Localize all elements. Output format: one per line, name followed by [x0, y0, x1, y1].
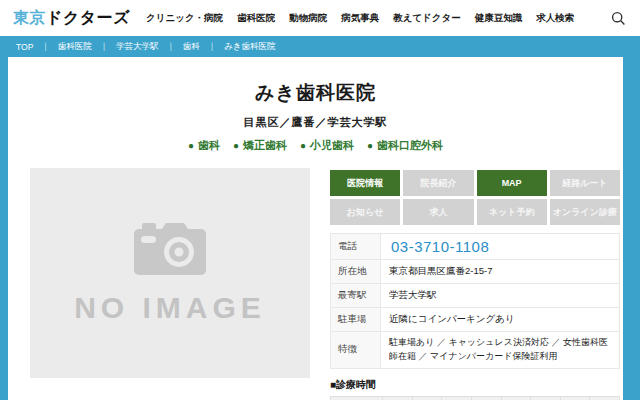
clinic-tabs: 医院情報 院長紹介 MAP 経路ルート お知らせ 求人 ネット予約 オンライン診… — [330, 170, 620, 225]
content-panel: みき歯科医院 目黒区／鷹番／学芸大学駅 ●歯科 ●矯正歯科 ●小児歯科 ●歯科口… — [8, 57, 623, 400]
row-label: 駐車場 — [331, 308, 381, 332]
breadcrumb-separator: ｜ — [208, 41, 216, 53]
table-row-address: 所在地 東京都目黒区鷹番2-15-7 — [331, 260, 620, 284]
category-tag: ●歯科 — [188, 138, 220, 153]
top-nav: クリニック・病院 歯科医院 動物病院 病気事典 教えてドクター 健康豆知識 求人… — [146, 12, 574, 25]
category-label: 小児歯科 — [310, 138, 354, 153]
hours-col-hol: 祝 — [590, 396, 620, 400]
features-value: 駐車場あり ／ キャッシュレス決済対応 ／ 女性歯科医師在籍 ／ マイナンバーカ… — [381, 332, 620, 369]
table-row-station: 最寄駅 学芸大学駅 — [331, 284, 620, 308]
search-icon[interactable] — [609, 9, 627, 27]
row-label: 所在地 — [331, 260, 381, 284]
magnifier-icon — [611, 11, 626, 26]
hours-col-sun: 日 — [560, 396, 590, 400]
no-image-label: NO IMAGE — [74, 291, 266, 325]
tab-online-booking[interactable]: ネット予約 — [477, 199, 547, 225]
table-row-parking: 駐車場 近隣にコインパーキングあり — [331, 308, 620, 332]
hours-col-fri: 金 — [501, 396, 531, 400]
station-value: 学芸大学駅 — [381, 284, 620, 308]
tab-online-consult[interactable]: オンライン診療 — [550, 199, 620, 225]
nav-item-health-tips[interactable]: 健康豆知識 — [475, 12, 523, 25]
row-label: 電話 — [331, 234, 381, 260]
row-label: 特徴 — [331, 332, 381, 369]
clinic-categories: ●歯科 ●矯正歯科 ●小児歯科 ●歯科口腔外科 — [8, 138, 623, 153]
logo-part-doctors: ドクターズ — [46, 9, 130, 26]
hours-col-time: 時間 — [331, 396, 383, 400]
hours-col-sat: 土 — [531, 396, 561, 400]
breadcrumb-station[interactable]: 学芸大学駅 — [116, 41, 159, 53]
page-background: みき歯科医院 目黒区／鷹番／学芸大学駅 ●歯科 ●矯正歯科 ●小児歯科 ●歯科口… — [0, 57, 640, 400]
hours-col-wed: 水 — [442, 396, 472, 400]
breadcrumb-top[interactable]: TOP — [16, 42, 33, 52]
clinic-info-table: 電話 03-3710-1108 所在地 東京都目黒区鷹番2-15-7 最寄駅 学… — [330, 233, 620, 369]
nav-item-diseases[interactable]: 病気事典 — [341, 12, 379, 25]
category-tag: ●矯正歯科 — [233, 138, 287, 153]
nav-item-dental[interactable]: 歯科医院 — [237, 12, 275, 25]
bullet-icon: ● — [233, 141, 239, 151]
breadcrumb-dental[interactable]: 歯科医院 — [58, 41, 92, 53]
nav-item-job-search[interactable]: 求人検索 — [536, 12, 574, 25]
clinic-location: 目黒区／鷹番／学芸大学駅 — [8, 115, 623, 130]
hours-section-title: ■診療時間 — [330, 378, 620, 392]
logo-part-tokyo: 東京 — [13, 9, 46, 26]
tab-news[interactable]: お知らせ — [330, 199, 400, 225]
breadcrumb-separator: ｜ — [41, 41, 49, 53]
page-title: みき歯科医院 — [8, 80, 623, 106]
bullet-icon: ● — [300, 141, 306, 151]
tab-map[interactable]: MAP — [477, 170, 547, 196]
tab-clinic-info[interactable]: 医院情報 — [330, 170, 400, 196]
category-label: 歯科 — [198, 138, 220, 153]
parking-value: 近隣にコインパーキングあり — [381, 308, 620, 332]
row-label: 最寄駅 — [331, 284, 381, 308]
tab-director-intro[interactable]: 院長紹介 — [403, 170, 473, 196]
nav-item-ask-doctor[interactable]: 教えてドクター — [393, 12, 461, 25]
category-label: 矯正歯科 — [243, 138, 287, 153]
phone-number-link[interactable]: 03-3710-1108 — [381, 234, 620, 260]
category-tag: ●小児歯科 — [300, 138, 354, 153]
hours-col-thu: 木 — [471, 396, 501, 400]
table-row-phone: 電話 03-3710-1108 — [331, 234, 620, 260]
table-row-features: 特徴 駐車場あり ／ キャッシュレス決済対応 ／ 女性歯科医師在籍 ／ マイナン… — [331, 332, 620, 369]
hours-col-mon: 月 — [383, 396, 413, 400]
clinic-detail-column: 医院情報 院長紹介 MAP 経路ルート お知らせ 求人 ネット予約 オンライン診… — [330, 170, 620, 400]
site-logo[interactable]: 東京ドクターズ — [13, 8, 130, 29]
clinic-header: みき歯科医院 目黒区／鷹番／学芸大学駅 ●歯科 ●矯正歯科 ●小児歯科 ●歯科口… — [8, 57, 623, 153]
nav-item-animal[interactable]: 動物病院 — [289, 12, 327, 25]
camera-icon — [132, 221, 208, 277]
address-value: 東京都目黒区鷹番2-15-7 — [381, 260, 620, 284]
breadcrumb-separator: ｜ — [100, 41, 108, 53]
hours-header-row: 時間 月 火 水 木 金 土 日 祝 — [331, 396, 620, 400]
category-label: 歯科口腔外科 — [377, 138, 443, 153]
breadcrumb-separator: ｜ — [166, 41, 174, 53]
breadcrumb: TOP ｜ 歯科医院 ｜ 学芸大学駅 ｜ 歯科 ｜ みき歯科医院 — [0, 36, 640, 57]
category-tag: ●歯科口腔外科 — [367, 138, 443, 153]
tab-route[interactable]: 経路ルート — [550, 170, 620, 196]
breadcrumb-clinic[interactable]: みき歯科医院 — [224, 41, 275, 53]
hours-table: 時間 月 火 水 木 金 土 日 祝 — [330, 396, 620, 400]
clinic-photo-placeholder: NO IMAGE — [30, 168, 310, 378]
bullet-icon: ● — [367, 141, 373, 151]
site-header: 東京ドクターズ クリニック・病院 歯科医院 動物病院 病気事典 教えてドクター … — [0, 0, 640, 36]
nav-item-clinics[interactable]: クリニック・病院 — [146, 12, 223, 25]
tab-jobs[interactable]: 求人 — [403, 199, 473, 225]
bullet-icon: ● — [188, 141, 194, 151]
breadcrumb-category[interactable]: 歯科 — [183, 41, 200, 53]
hours-col-tue: 火 — [412, 396, 442, 400]
